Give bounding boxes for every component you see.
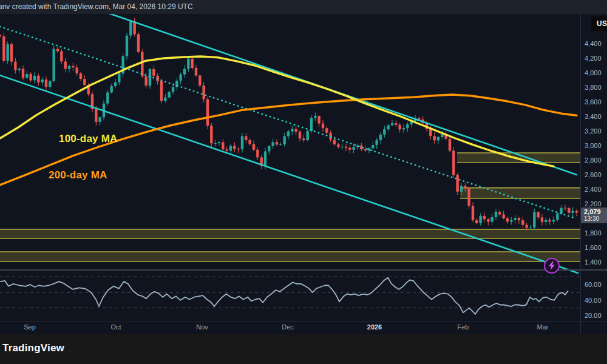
tradingview-logo[interactable]: TradingView [2, 342, 64, 354]
price-tick-label: 1,400 [585, 258, 602, 266]
time-tick-label: Dec [282, 323, 294, 331]
time-tick-label: Oct [110, 323, 121, 331]
price-tick-label: 2,400 [585, 186, 602, 193]
price-tick-label: 3,200 [585, 127, 602, 135]
price-chart-canvas[interactable] [0, 0, 607, 335]
bar-countdown: 13:30 [584, 215, 607, 222]
price-tick-label: 3,800 [585, 84, 602, 91]
rsi-tick-label: 40.00 [585, 297, 602, 304]
attribution-bar: anv created with TradingView.com, Mar 04… [0, 0, 607, 14]
price-tick-label: 1,600 [585, 244, 602, 251]
last-price-value: 2,079 [584, 208, 607, 215]
rsi-tick-label: 20.00 [585, 312, 602, 319]
ma200-annotation: 200-day MA [49, 169, 107, 181]
price-tick-label: 4,000 [585, 69, 602, 76]
price-tick-label: 3,000 [585, 142, 602, 149]
lightning-glyph [548, 261, 555, 270]
lightning-icon[interactable] [544, 258, 560, 274]
time-tick-label: 2026 [367, 323, 382, 331]
time-tick-label: Mar [537, 323, 549, 331]
last-price-badge: 2,079 13:30 [581, 207, 607, 223]
ma100-annotation: 100-day MA [59, 133, 117, 145]
time-tick-label: Feb [458, 323, 469, 331]
time-tick-label: Sep [24, 323, 36, 331]
rsi-tick-label: 60.00 [585, 281, 602, 288]
time-tick-label: Nov [196, 323, 208, 331]
pane-divider[interactable] [0, 269, 607, 271]
price-tick-label: 3,600 [585, 98, 602, 106]
price-tick-label: 1,800 [585, 229, 602, 237]
price-tick-label: 3,400 [585, 113, 602, 120]
tradingview-chart-window: anv created with TradingView.com, Mar 04… [0, 0, 607, 364]
bottom-bar: TradingView [0, 334, 607, 364]
price-tick-label: 2,600 [585, 171, 602, 178]
price-tick-label: 4,400 [585, 40, 602, 47]
attribution-text: anv created with TradingView.com, Mar 04… [0, 2, 193, 11]
price-tick-label: 2,800 [585, 157, 602, 164]
price-tick-label: 2,200 [585, 200, 602, 207]
time-axis-divider [0, 321, 607, 322]
price-tick-label: 4,200 [585, 55, 602, 62]
quote-currency-badge: USDT [591, 16, 607, 31]
